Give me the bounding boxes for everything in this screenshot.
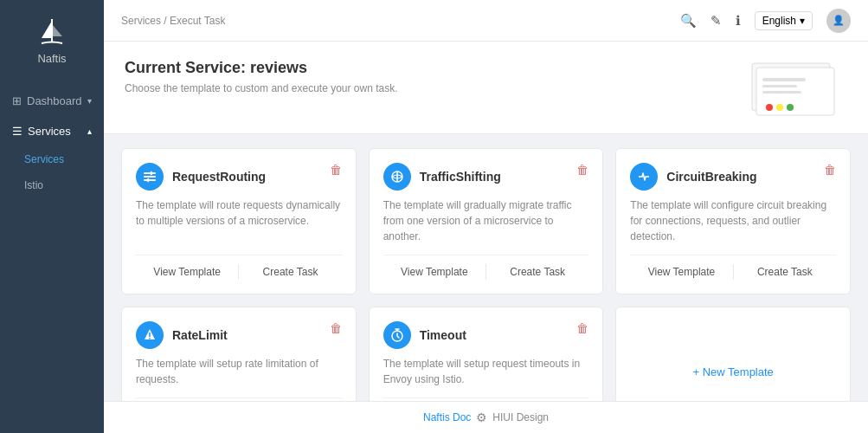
timeout-icon <box>383 321 411 349</box>
traffic-shifting-delete-icon[interactable]: 🗑 <box>576 163 588 177</box>
sidebar-sub-item-services[interactable]: Services <box>0 146 104 172</box>
info-icon[interactable]: ℹ <box>736 13 741 29</box>
request-routing-delete-icon[interactable]: 🗑 <box>330 163 342 177</box>
content-area: Current Service: reviews Choose the temp… <box>104 42 868 401</box>
illustration-svg <box>743 59 847 120</box>
svg-point-6 <box>776 104 783 111</box>
service-title: Current Service: reviews <box>125 59 398 77</box>
traffic-shifting-create-btn[interactable]: Create Task <box>486 264 588 280</box>
service-header: Current Service: reviews Choose the temp… <box>104 42 868 134</box>
card-request-routing: RequestRouting 🗑 The template will route… <box>121 148 357 294</box>
services-icon: ☰ <box>12 125 23 138</box>
svg-rect-2 <box>762 78 806 81</box>
sidebar: Naftis ⊞ Dashboard ▾ ☰ Services ▴ Servic… <box>0 0 104 433</box>
request-routing-create-btn[interactable]: Create Task <box>239 264 341 280</box>
sidebar-navigation: ⊞ Dashboard ▾ ☰ Services ▴ Services Isti… <box>0 86 104 198</box>
circuit-breaking-view-btn[interactable]: View Template <box>630 264 732 280</box>
footer: Naftis Doc ⚙ HIUI Design <box>104 401 868 433</box>
circuit-breaking-delete-icon[interactable]: 🗑 <box>824 163 836 177</box>
sidebar-item-dashboard[interactable]: ⊞ Dashboard ▾ <box>0 86 104 116</box>
main-panel: Services / Execut Task 🔍 ✎ ℹ English ▾ 👤… <box>104 0 868 433</box>
user-avatar[interactable]: 👤 <box>826 9 851 33</box>
lang-arrow-icon: ▾ <box>800 15 805 27</box>
card-timeout: Timeout 🗑 The template will setup reques… <box>369 307 604 401</box>
github-icon: ⚙ <box>476 410 487 424</box>
timeout-desc: The template will setup request timeouts… <box>383 356 589 387</box>
svg-rect-3 <box>762 85 797 87</box>
rate-limit-icon <box>136 321 164 349</box>
services-chevron-icon: ▴ <box>87 126 92 136</box>
sidebar-item-services[interactable]: ☰ Services ▴ <box>0 116 104 146</box>
language-selector[interactable]: English ▾ <box>755 11 813 30</box>
top-header: Services / Execut Task 🔍 ✎ ℹ English ▾ 👤 <box>104 0 868 42</box>
dashboard-chevron-icon: ▾ <box>87 96 92 106</box>
traffic-shifting-icon <box>383 163 411 191</box>
request-routing-icon <box>136 163 164 191</box>
rate-limit-delete-icon[interactable]: 🗑 <box>330 321 342 335</box>
circuit-breaking-title: CircuitBreaking <box>666 170 756 184</box>
service-description: Choose the template to custom and execut… <box>125 82 398 94</box>
rate-limit-desc: The template will setup rate limitation … <box>136 356 342 387</box>
timeout-title: Timeout <box>420 328 466 342</box>
cards-area: RequestRouting 🗑 The template will route… <box>104 134 868 401</box>
traffic-shifting-title: TrafficShifting <box>420 170 501 184</box>
header-actions: 🔍 ✎ ℹ English ▾ 👤 <box>680 9 851 33</box>
edit-icon[interactable]: ✎ <box>710 13 722 29</box>
sidebar-logo: Naftis <box>37 17 66 65</box>
logo-icon <box>38 17 66 48</box>
new-template-label[interactable]: + New Template <box>692 365 773 378</box>
cards-grid: RequestRouting 🗑 The template will route… <box>121 148 851 401</box>
breadcrumb: Services / Execut Task <box>121 15 226 27</box>
svg-point-7 <box>787 104 794 111</box>
footer-design-link[interactable]: HIUI Design <box>492 411 549 423</box>
svg-rect-14 <box>149 338 151 339</box>
circuit-breaking-icon <box>630 163 658 191</box>
timeout-delete-icon[interactable]: 🗑 <box>576 321 588 335</box>
card-rate-limit: RateLimit 🗑 The template will setup rate… <box>121 307 357 401</box>
lang-label: English <box>762 15 796 27</box>
svg-point-5 <box>766 104 773 111</box>
dashboard-icon: ⊞ <box>12 94 22 107</box>
service-illustration <box>743 59 847 120</box>
request-routing-desc: The template will route requests dynamic… <box>136 197 342 244</box>
footer-doc-link[interactable]: Naftis Doc <box>423 411 471 423</box>
card-new-template[interactable]: + New Template <box>615 307 851 401</box>
svg-rect-4 <box>762 91 801 94</box>
svg-rect-13 <box>149 333 151 337</box>
sidebar-sub-item-istio[interactable]: Istio <box>0 172 104 198</box>
search-icon[interactable]: 🔍 <box>680 13 697 29</box>
circuit-breaking-create-btn[interactable]: Create Task <box>734 264 836 280</box>
sidebar-services-label: Services <box>28 125 71 138</box>
rate-limit-title: RateLimit <box>172 328 228 342</box>
circuit-breaking-desc: The template will configure circuit brea… <box>630 197 836 244</box>
card-circuit-breaking: CircuitBreaking 🗑 The template will conf… <box>615 148 851 294</box>
svg-rect-9 <box>144 176 156 178</box>
sidebar-dashboard-label: Dashboard <box>27 94 82 107</box>
card-traffic-shifting: TrafficShifting 🗑 The template will grad… <box>369 148 604 294</box>
traffic-shifting-view-btn[interactable]: View Template <box>383 264 485 280</box>
request-routing-title: RequestRouting <box>172 170 266 184</box>
traffic-shifting-desc: The template will gradually migrate traf… <box>383 197 589 244</box>
sidebar-logo-label: Naftis <box>37 52 66 65</box>
request-routing-view-btn[interactable]: View Template <box>136 264 238 280</box>
